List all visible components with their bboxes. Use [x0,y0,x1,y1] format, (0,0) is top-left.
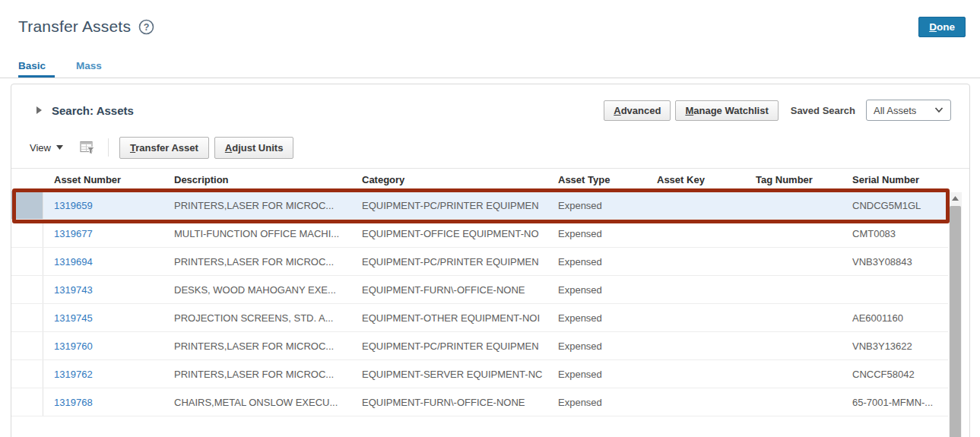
table-row[interactable]: 1319743 DESKS, WOOD MAHOGANY EXE... EQUI… [11,276,948,304]
scroll-up-button[interactable] [949,192,962,204]
help-icon[interactable]: ? [138,19,154,35]
asset-key-cell [646,304,745,331]
asset-type-cell: Expensed [547,248,646,275]
row-selector-cell[interactable] [11,220,43,247]
vertical-scrollbar[interactable] [949,192,962,437]
page-title: Transfer Assets [18,17,131,36]
category-cell: EQUIPMENT-FURN\-OFFICE-NONE [351,276,547,303]
serial-number-cell: CNCCF58042 [842,360,948,388]
asset-type-cell: Expensed [547,360,646,388]
toolbar-separator [108,138,109,157]
done-button[interactable]: Done [918,17,966,37]
row-selector-cell[interactable] [11,248,43,275]
adjust-units-button[interactable]: Adjust Units [214,137,294,159]
column-header-asset-type[interactable]: Asset Type [547,174,646,185]
search-actions: Advanced Manage Watchlist Saved Search A… [604,100,951,121]
category-cell: EQUIPMENT-FURN\-OFFICE-NONE [351,388,547,416]
tag-number-cell [745,304,842,331]
serial-number-cell [842,276,948,303]
serial-number-cell: CNDCG5M1GL [842,192,948,219]
search-heading-label: Search: Assets [52,104,134,117]
row-selector-cell[interactable] [11,276,43,303]
asset-number-link[interactable]: 1319760 [43,332,163,359]
column-header-asset-number[interactable]: Asset Number [43,174,163,185]
search-assets-panel: Search: Assets Advanced Manage Watchlist… [11,84,970,437]
caret-down-icon [56,145,63,150]
asset-number-link[interactable]: 1319768 [43,388,163,416]
row-selector-cell[interactable] [11,304,43,331]
row-selector-cell[interactable] [11,388,43,416]
row-selector-cell[interactable] [11,360,43,388]
scrollbar-thumb[interactable] [950,206,961,437]
category-cell: EQUIPMENT-SERVER EQUIPMENT-NC [351,360,547,388]
asset-type-cell: Expensed [547,220,646,247]
asset-type-cell: Expensed [547,332,646,359]
asset-key-cell [646,192,745,219]
category-cell: EQUIPMENT-PC/PRINTER EQUIPMEN [351,332,547,359]
asset-number-link[interactable]: 1319677 [43,220,163,247]
asset-key-cell [646,388,745,416]
tag-number-cell [745,332,842,359]
asset-number-link[interactable]: 1319745 [43,304,163,331]
asset-number-link[interactable]: 1319694 [43,248,163,275]
query-by-example-icon[interactable] [80,141,96,155]
asset-number-link[interactable]: 1319762 [43,360,163,388]
column-header-tag-number[interactable]: Tag Number [745,174,842,185]
tab-mass[interactable]: Mass [76,56,105,78]
category-cell: EQUIPMENT-OTHER EQUIPMENT-NOI [351,304,547,331]
column-header-category[interactable]: Category [351,174,547,185]
asset-number-link[interactable]: 1319659 [43,192,163,219]
table-header-row: Asset Number Description Category Asset … [11,169,948,192]
table-row[interactable]: 1319768 CHAIRS,METAL ONSLOW EXECU... EQU… [11,388,948,416]
search-heading[interactable]: Search: Assets [36,104,134,117]
table-body: 1319659 PRINTERS,LASER FOR MICROC... EQU… [11,192,969,416]
asset-type-cell: Expensed [547,388,646,416]
page-header: Transfer Assets ? Done [0,0,980,46]
description-cell: MULTI-FUNCTION OFFICE MACHI... [163,220,351,247]
row-selector-cell[interactable] [11,192,43,219]
serial-number-cell: VNB3Y13622 [842,332,948,359]
asset-number-link[interactable]: 1319743 [43,276,163,303]
table-row[interactable]: 1319760 PRINTERS,LASER FOR MICROC... EQU… [11,332,948,360]
description-cell: PROJECTION SCREENS, STD. A... [163,304,351,331]
tab-bar: Basic Mass [0,56,980,78]
table-row[interactable]: 1319659 PRINTERS,LASER FOR MICROC... EQU… [11,192,948,220]
asset-key-cell [646,332,745,359]
table-row[interactable]: 1319677 MULTI-FUNCTION OFFICE MACHI... E… [11,220,948,248]
asset-type-cell: Expensed [547,192,646,219]
tag-number-cell [745,192,842,219]
saved-search-select[interactable]: All Assets [866,100,951,121]
description-cell: CHAIRS,METAL ONSLOW EXECU... [163,388,351,416]
tag-number-cell [745,360,842,388]
advanced-button[interactable]: Advanced [604,100,671,121]
tag-number-cell [745,276,842,303]
table-row[interactable]: 1319762 PRINTERS,LASER FOR MICROC... EQU… [11,360,948,388]
serial-number-cell: 65-7001-MFMN-... [842,388,948,416]
table-toolbar: View Transfer Asset Adjust Units [11,127,969,168]
column-header-description[interactable]: Description [163,174,351,185]
manage-watchlist-button[interactable]: Manage Watchlist [675,100,778,121]
saved-search-label: Saved Search [791,105,855,116]
tag-number-cell [745,220,842,247]
tag-number-cell [745,248,842,275]
transfer-asset-button[interactable]: Transfer Asset [119,137,209,159]
svg-text:?: ? [144,22,150,33]
view-menu[interactable]: View [30,142,63,154]
table-row[interactable]: 1319694 PRINTERS,LASER FOR MICROC... EQU… [11,248,948,276]
tab-basic[interactable]: Basic [18,56,55,78]
saved-search-value: All Assets [874,105,916,116]
row-selector-cell[interactable] [11,332,43,359]
tag-number-cell [745,388,842,416]
serial-number-cell: VNB3Y08843 [842,248,948,275]
description-cell: PRINTERS,LASER FOR MICROC... [163,360,351,388]
column-header-serial-number[interactable]: Serial Number [842,174,948,185]
description-cell: DESKS, WOOD MAHOGANY EXE... [163,276,351,303]
category-cell: EQUIPMENT-OFFICE EQUIPMENT-NO [351,220,547,247]
asset-type-cell: Expensed [547,276,646,303]
table-row[interactable]: 1319745 PROJECTION SCREENS, STD. A... EQ… [11,304,948,332]
expand-triangle-icon [36,106,43,115]
chevron-down-icon [934,107,944,113]
description-cell: PRINTERS,LASER FOR MICROC... [163,248,351,275]
column-header-asset-key[interactable]: Asset Key [646,174,745,185]
view-menu-label: View [30,142,51,154]
